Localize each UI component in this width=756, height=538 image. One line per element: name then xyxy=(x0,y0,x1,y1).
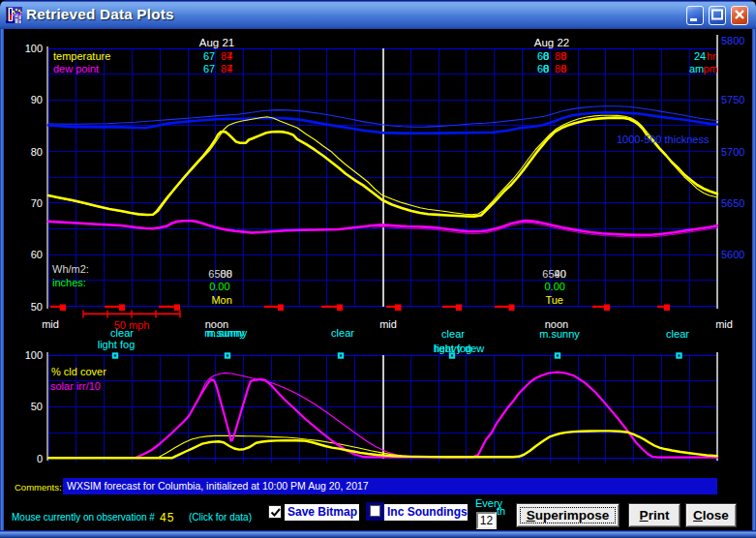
svg-text:67: 67 xyxy=(203,63,215,75)
svg-text:90: 90 xyxy=(31,94,43,105)
svg-text:mid: mid xyxy=(379,318,397,330)
svg-text:Mon: Mon xyxy=(211,294,231,306)
svg-text:light fog: light fog xyxy=(98,339,136,350)
svg-text:8: 8 xyxy=(560,63,566,75)
svg-text:4: 4 xyxy=(227,63,232,75)
svg-text:m.sunny: m.sunny xyxy=(207,327,248,339)
svg-text:0.00: 0.00 xyxy=(209,281,229,292)
svg-text:dew point: dew point xyxy=(53,63,99,75)
svg-text:8: 8 xyxy=(543,63,549,75)
svg-text:mid: mid xyxy=(42,318,59,330)
svg-text:mid: mid xyxy=(715,318,733,330)
svg-text:80: 80 xyxy=(31,146,43,158)
svg-text:am: am xyxy=(689,63,704,75)
svg-text:8: 8 xyxy=(560,50,566,62)
svg-text:clear: clear xyxy=(666,328,689,340)
svg-text:clear: clear xyxy=(110,327,134,339)
svg-text:hr: hr xyxy=(707,50,716,62)
svg-text:88: 88 xyxy=(221,268,232,280)
svg-text:pm: pm xyxy=(704,63,718,75)
svg-text:heavy dew: heavy dew xyxy=(434,343,485,354)
svg-text:5750: 5750 xyxy=(721,94,744,105)
svg-text:5600: 5600 xyxy=(721,249,744,260)
svg-text:70: 70 xyxy=(31,197,43,209)
svg-text:60: 60 xyxy=(31,249,43,260)
svg-text:Aug 21: Aug 21 xyxy=(199,37,234,48)
svg-text:50: 50 xyxy=(31,401,43,412)
svg-text:67: 67 xyxy=(203,50,215,62)
svg-text:0.00: 0.00 xyxy=(545,281,565,292)
svg-text:clear: clear xyxy=(441,328,465,340)
svg-text:Wh/m2:: Wh/m2: xyxy=(52,263,89,275)
svg-text:inches:: inches: xyxy=(52,277,86,288)
svg-text:5700: 5700 xyxy=(721,146,744,158)
svg-text:solar irr/10: solar irr/10 xyxy=(50,380,101,392)
svg-text:100: 100 xyxy=(25,43,43,54)
svg-text:4: 4 xyxy=(227,50,232,62)
svg-text:0: 0 xyxy=(37,453,43,464)
svg-text:5650: 5650 xyxy=(721,197,744,209)
svg-text:24: 24 xyxy=(694,50,706,62)
svg-text:m.sunny: m.sunny xyxy=(539,328,580,340)
svg-text:90: 90 xyxy=(555,268,566,280)
svg-text:5800: 5800 xyxy=(721,35,744,46)
svg-text:100: 100 xyxy=(25,349,43,361)
svg-text:50: 50 xyxy=(31,301,43,313)
svg-text:temperature: temperature xyxy=(53,50,110,62)
svg-text:Tue: Tue xyxy=(545,294,563,306)
svg-text:clear: clear xyxy=(331,327,354,339)
svg-text:Aug 22: Aug 22 xyxy=(534,37,569,48)
svg-text:1000-500 thickness: 1000-500 thickness xyxy=(617,134,710,145)
svg-text:% cld cover: % cld cover xyxy=(51,366,106,377)
svg-text:8: 8 xyxy=(543,50,549,62)
